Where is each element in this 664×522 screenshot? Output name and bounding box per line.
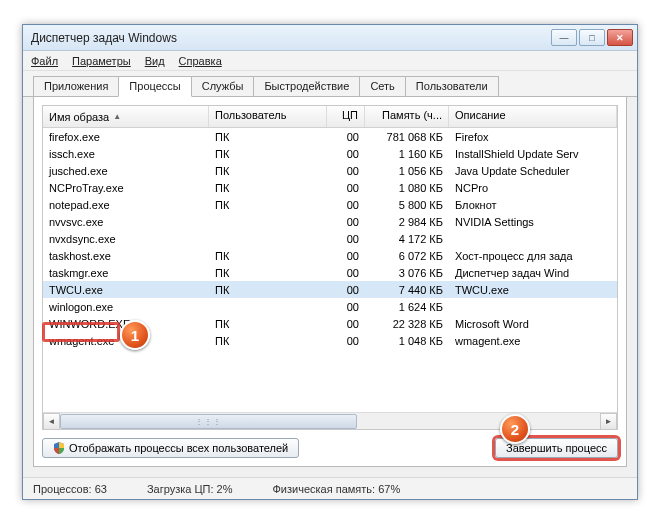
cell-img: nvvsvc.exe xyxy=(43,215,209,229)
horizontal-scrollbar[interactable]: ◄ ⋮⋮⋮ ► xyxy=(43,412,617,429)
window-title: Диспетчер задач Windows xyxy=(31,31,551,45)
cell-user: ПК xyxy=(209,130,327,144)
cell-desc: Java Update Scheduler xyxy=(449,164,617,178)
cell-mem: 2 984 КБ xyxy=(365,215,449,229)
cell-cpu: 00 xyxy=(327,266,365,280)
tab-processes[interactable]: Процессы xyxy=(118,76,191,97)
menu-help[interactable]: Справка xyxy=(179,55,222,67)
cell-img: jusched.exe xyxy=(43,164,209,178)
tab-applications[interactable]: Приложения xyxy=(33,76,119,96)
cell-user: ПК xyxy=(209,147,327,161)
col-user[interactable]: Пользователь xyxy=(209,106,327,127)
sort-asc-icon: ▲ xyxy=(113,112,121,121)
menu-view[interactable]: Вид xyxy=(145,55,165,67)
table-row[interactable]: firefox.exeПК00781 068 КБFirefox xyxy=(43,128,617,145)
table-row[interactable]: taskhost.exeПК006 072 КБХост-процесс для… xyxy=(43,247,617,264)
table-row[interactable]: wmagent.exeПК001 048 КБwmagent.exe xyxy=(43,332,617,349)
cell-user: ПК xyxy=(209,198,327,212)
cell-user: ПК xyxy=(209,266,327,280)
table-row[interactable]: TWCU.exeПК007 440 КБTWCU.exe xyxy=(43,281,617,298)
maximize-button[interactable]: □ xyxy=(579,29,605,46)
col-image-name[interactable]: Имя образа▲ xyxy=(43,106,209,127)
cell-cpu: 00 xyxy=(327,198,365,212)
end-process-button[interactable]: Завершить процесс xyxy=(495,438,618,458)
cell-cpu: 00 xyxy=(327,249,365,263)
cell-mem: 1 624 КБ xyxy=(365,300,449,314)
scroll-thumb[interactable]: ⋮⋮⋮ xyxy=(60,414,357,429)
cell-cpu: 00 xyxy=(327,317,365,331)
cell-mem: 5 800 КБ xyxy=(365,198,449,212)
cell-cpu: 00 xyxy=(327,215,365,229)
close-button[interactable]: ✕ xyxy=(607,29,633,46)
cell-user xyxy=(209,238,327,240)
table-row[interactable]: NCProTray.exeПК001 080 КБNCPro xyxy=(43,179,617,196)
cell-user: ПК xyxy=(209,164,327,178)
cell-desc xyxy=(449,238,617,240)
tab-performance[interactable]: Быстродействие xyxy=(253,76,360,96)
table-row[interactable]: nvvsvc.exe002 984 КБNVIDIA Settings xyxy=(43,213,617,230)
cell-user: ПК xyxy=(209,283,327,297)
minimize-button[interactable]: — xyxy=(551,29,577,46)
col-cpu[interactable]: ЦП xyxy=(327,106,365,127)
statusbar: Процессов: 63 Загрузка ЦП: 2% Физическая… xyxy=(23,477,637,499)
menu-options[interactable]: Параметры xyxy=(72,55,131,67)
tab-users[interactable]: Пользователи xyxy=(405,76,499,96)
cell-cpu: 00 xyxy=(327,283,365,297)
table-row[interactable]: nvxdsync.exe004 172 КБ xyxy=(43,230,617,247)
table-row[interactable]: notepad.exeПК005 800 КББлокнот xyxy=(43,196,617,213)
cell-desc: TWCU.exe xyxy=(449,283,617,297)
cell-desc: NCPro xyxy=(449,181,617,195)
scroll-right-icon[interactable]: ► xyxy=(600,413,617,430)
tab-network[interactable]: Сеть xyxy=(359,76,405,96)
cell-mem: 3 076 КБ xyxy=(365,266,449,280)
cell-user xyxy=(209,221,327,223)
cell-user: ПК xyxy=(209,249,327,263)
table-row[interactable]: jusched.exeПК001 056 КБJava Update Sched… xyxy=(43,162,617,179)
cell-desc xyxy=(449,306,617,308)
cell-img: notepad.exe xyxy=(43,198,209,212)
table-row[interactable]: WINWORD.EXEПК0022 328 КБMicrosoft Word xyxy=(43,315,617,332)
table-body[interactable]: firefox.exeПК00781 068 КБFirefoxissch.ex… xyxy=(43,128,617,412)
cell-img: taskmgr.exe xyxy=(43,266,209,280)
status-cpu: Загрузка ЦП: 2% xyxy=(147,483,233,495)
scroll-left-icon[interactable]: ◄ xyxy=(43,413,60,430)
cell-cpu: 00 xyxy=(327,147,365,161)
tab-strip: Приложения Процессы Службы Быстродействи… xyxy=(23,71,637,97)
cell-mem: 1 160 КБ xyxy=(365,147,449,161)
table-row[interactable]: issch.exeПК001 160 КБInstallShield Updat… xyxy=(43,145,617,162)
cell-mem: 1 056 КБ xyxy=(365,164,449,178)
titlebar[interactable]: Диспетчер задач Windows — □ ✕ xyxy=(23,25,637,51)
process-table: Имя образа▲ Пользователь ЦП Память (ч...… xyxy=(42,105,618,430)
menu-file[interactable]: Файл xyxy=(31,55,58,67)
cell-desc: wmagent.exe xyxy=(449,334,617,348)
cell-img: wmagent.exe xyxy=(43,334,209,348)
cell-user: ПК xyxy=(209,317,327,331)
tab-services[interactable]: Службы xyxy=(191,76,255,96)
cell-mem: 6 072 КБ xyxy=(365,249,449,263)
status-memory: Физическая память: 67% xyxy=(273,483,401,495)
show-all-users-button[interactable]: Отображать процессы всех пользователей xyxy=(42,438,299,458)
cell-desc: Firefox xyxy=(449,130,617,144)
cell-cpu: 00 xyxy=(327,130,365,144)
cell-cpu: 00 xyxy=(327,164,365,178)
status-processes: Процессов: 63 xyxy=(33,483,107,495)
uac-shield-icon xyxy=(53,442,65,454)
cell-img: TWCU.exe xyxy=(43,283,209,297)
cell-img: WINWORD.EXE xyxy=(43,317,209,331)
cell-cpu: 00 xyxy=(327,232,365,246)
tab-content: Имя образа▲ Пользователь ЦП Память (ч...… xyxy=(33,97,627,467)
table-row[interactable]: taskmgr.exeПК003 076 КБДиспетчер задач W… xyxy=(43,264,617,281)
table-row[interactable]: winlogon.exe001 624 КБ xyxy=(43,298,617,315)
cell-cpu: 00 xyxy=(327,300,365,314)
cell-img: taskhost.exe xyxy=(43,249,209,263)
col-description[interactable]: Описание xyxy=(449,106,617,127)
cell-mem: 1 048 КБ xyxy=(365,334,449,348)
cell-desc: InstallShield Update Serv xyxy=(449,147,617,161)
lower-bar: Отображать процессы всех пользователей З… xyxy=(42,438,618,458)
cell-img: winlogon.exe xyxy=(43,300,209,314)
cell-user: ПК xyxy=(209,181,327,195)
cell-user xyxy=(209,306,327,308)
cell-mem: 7 440 КБ xyxy=(365,283,449,297)
cell-mem: 4 172 КБ xyxy=(365,232,449,246)
col-memory[interactable]: Память (ч... xyxy=(365,106,449,127)
